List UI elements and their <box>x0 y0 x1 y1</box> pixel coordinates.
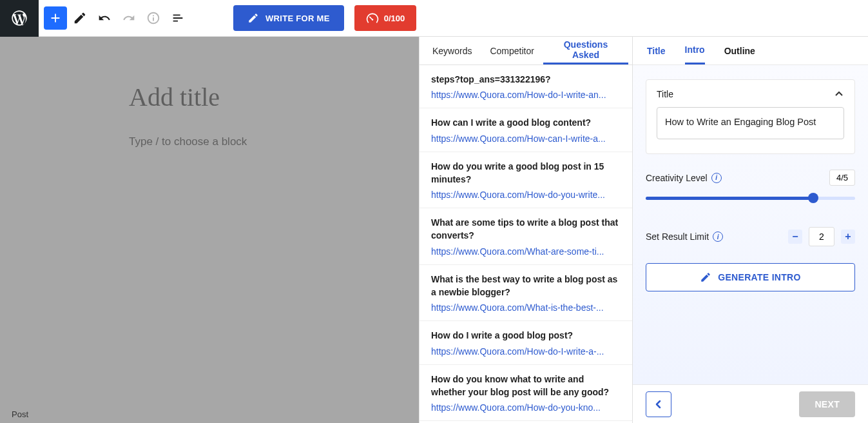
question-link[interactable]: https://www.Quora.com/How-do-I-write-an.… <box>431 90 621 100</box>
question-text: What are some tips to write a blog post … <box>431 216 621 242</box>
chevron-up-icon <box>834 89 844 99</box>
generate-intro-label: GENERATE INTRO <box>718 272 800 282</box>
result-limit-input[interactable] <box>809 227 834 246</box>
seo-score-label: 0/100 <box>384 14 405 23</box>
editor-dimmed-overlay <box>0 37 419 423</box>
question-link[interactable]: https://www.Quora.com/How-do-you-kno... <box>431 402 621 413</box>
info-circle-icon <box>146 11 160 25</box>
tab-title[interactable]: Title <box>647 37 666 64</box>
list-item: steps?top_ans=331322196? https://www.Quo… <box>420 65 632 108</box>
question-text: How do you write a good blog post in 15 … <box>431 160 621 186</box>
pencil-icon <box>247 12 259 24</box>
title-card-header[interactable]: Title <box>657 89 844 99</box>
title-input[interactable] <box>657 107 844 139</box>
question-text: steps?top_ans=331322196? <box>431 73 621 86</box>
pencil-icon <box>73 11 87 25</box>
result-limit-label: Set Result Limit i <box>646 231 723 242</box>
redo-button[interactable] <box>117 6 140 30</box>
list-item: How can I write a good blog content? htt… <box>420 108 632 152</box>
write-for-me-button[interactable]: WRITE FOR ME <box>233 5 344 31</box>
undo-icon <box>98 12 111 25</box>
tab-competitor[interactable]: Competitor <box>481 37 543 64</box>
list-icon <box>171 11 185 25</box>
question-link[interactable]: https://www.Quora.com/What-is-the-best-.… <box>431 302 621 313</box>
seo-score-button[interactable]: 0/100 <box>354 5 417 31</box>
question-text: How do I write a good blog post? <box>431 329 621 342</box>
creativity-slider[interactable] <box>646 193 855 202</box>
outline-button[interactable] <box>166 6 189 30</box>
write-for-me-label: WRITE FOR ME <box>265 14 330 23</box>
increment-button[interactable]: + <box>841 230 855 244</box>
wordpress-logo[interactable] <box>0 0 39 37</box>
creativity-value: 4/5 <box>829 170 855 186</box>
tab-outline[interactable]: Outline <box>724 37 755 64</box>
tab-intro[interactable]: Intro <box>685 37 705 64</box>
question-link[interactable]: https://www.Quora.com/How-do-you-write..… <box>431 190 621 200</box>
creativity-label: Creativity Level i <box>646 173 722 183</box>
wordpress-icon <box>10 9 28 27</box>
slider-thumb[interactable] <box>808 193 818 203</box>
list-item: How do you know what to write and whethe… <box>420 365 632 422</box>
question-text: What is the best way to write a blog pos… <box>431 273 621 299</box>
redo-icon <box>122 12 135 25</box>
question-link[interactable]: https://www.Quora.com/What-are-some-ti..… <box>431 246 621 257</box>
list-item: What are some tips to write a blog post … <box>420 208 632 265</box>
info-icon[interactable]: i <box>713 231 723 242</box>
next-button[interactable]: NEXT <box>799 391 855 417</box>
add-block-button[interactable] <box>44 6 67 30</box>
editor-area[interactable]: Add title Type / to choose a block Post <box>0 37 419 423</box>
tab-keywords[interactable]: Keywords <box>423 37 481 64</box>
info-icon[interactable]: i <box>711 173 722 183</box>
plus-icon <box>48 11 63 25</box>
question-text: How do you know what to write and whethe… <box>431 373 621 399</box>
question-text: How can I write a good blog content? <box>431 116 621 129</box>
list-item: How do you write a good blog post in 15 … <box>420 152 632 209</box>
gauge-icon <box>366 12 379 25</box>
edit-mode-button[interactable] <box>68 6 92 30</box>
document-type-label[interactable]: Post <box>12 409 28 419</box>
title-card: Title <box>646 79 855 154</box>
list-item: How do I write a good blog post? https:/… <box>420 321 632 364</box>
list-item: What is the best way to write a blog pos… <box>420 265 632 322</box>
info-button[interactable] <box>142 6 165 30</box>
generate-intro-button[interactable]: GENERATE INTRO <box>646 263 855 291</box>
question-link[interactable]: https://www.Quora.com/How-do-I-write-a-.… <box>431 346 621 357</box>
back-button[interactable] <box>646 391 671 417</box>
chevron-left-icon <box>654 400 663 409</box>
undo-button[interactable] <box>93 6 116 30</box>
decrement-button[interactable]: − <box>788 230 802 244</box>
tab-questions-asked[interactable]: Questions Asked <box>543 37 628 64</box>
question-link[interactable]: https://www.Quora.com/How-can-I-write-a.… <box>431 133 621 144</box>
pencil-icon <box>700 271 711 283</box>
questions-list[interactable]: steps?top_ans=331322196? https://www.Quo… <box>420 65 632 423</box>
svg-line-1 <box>369 17 372 19</box>
title-section-label: Title <box>657 89 673 99</box>
